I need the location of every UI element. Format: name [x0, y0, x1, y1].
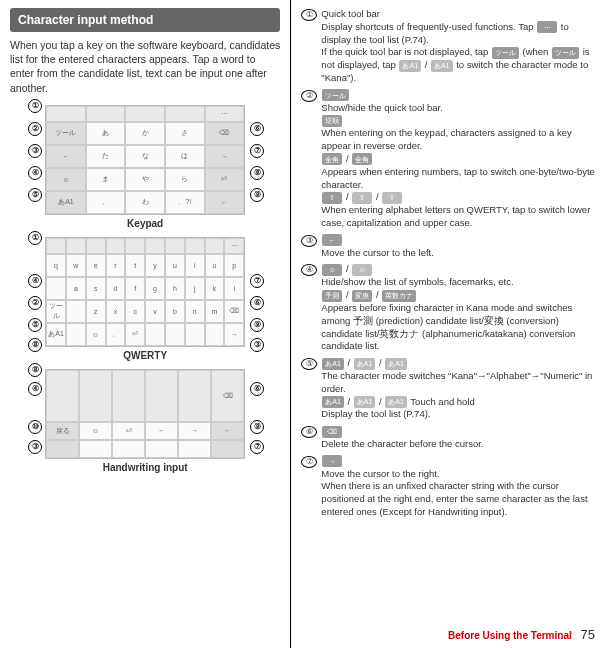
key-cell: 、?! — [165, 191, 205, 214]
key-chip: ← — [322, 234, 342, 246]
callout-⑨: ⑨ — [250, 420, 264, 434]
callout-⑤: ⑤ — [28, 188, 42, 202]
key-chip: 全角 — [352, 153, 372, 165]
callout-⑩: ⑩ — [28, 420, 42, 434]
key-cell: ⌫ — [211, 370, 244, 422]
key-cell: ⌫ — [224, 300, 244, 323]
key-cell — [112, 440, 145, 458]
key-cell: c — [125, 300, 145, 323]
key-cell — [46, 370, 79, 422]
key-chip: → — [322, 455, 342, 467]
key-cell: x — [106, 300, 126, 323]
key-cell — [46, 440, 79, 458]
key-cell: o — [205, 254, 225, 277]
key-cell: → — [178, 422, 211, 440]
callout-⑧: ⑧ — [28, 338, 42, 352]
key-chip: 逆順 — [322, 115, 342, 127]
callout-⑧: ⑧ — [28, 363, 42, 377]
key-chip: ⋯ — [537, 21, 557, 33]
footer-page: 75 — [581, 627, 595, 642]
item-body: ⌫Delete the character before the cursor. — [321, 425, 597, 451]
keypad-caption: Keypad — [10, 218, 280, 229]
key-cell — [46, 277, 66, 300]
key-cell — [185, 323, 205, 346]
footer-section: Before Using the Terminal — [448, 630, 572, 641]
item-number: ② — [301, 90, 317, 102]
key-cell — [211, 440, 244, 458]
callout-⑨: ⑨ — [250, 318, 264, 332]
key-cell: や — [125, 168, 165, 191]
key-cell: ま — [86, 168, 126, 191]
item-number: ⑦ — [301, 456, 317, 468]
key-cell: i — [185, 254, 205, 277]
key-cell — [125, 106, 165, 122]
item-number: ⑥ — [301, 426, 317, 438]
item-number: ④ — [301, 264, 317, 276]
key-cell: h — [165, 277, 185, 300]
key-chip: 英数カナ — [382, 290, 416, 302]
list-item: ⑦→Move the cursor to the right.When ther… — [301, 455, 597, 519]
key-cell: w — [66, 254, 86, 277]
key-chip: 予測 — [322, 290, 342, 302]
key-chip: あA1 — [354, 396, 376, 408]
list-item: ⑤あA1 / あA1 / あA1The character mode switc… — [301, 357, 597, 421]
key-cell: ⏎ — [125, 323, 145, 346]
key-chip: あA1 — [399, 60, 421, 72]
key-cell: あA1 — [46, 191, 86, 214]
list-item: ②ツールShow/hide the quick tool bar.逆順When … — [301, 89, 597, 230]
key-chip: ⇧ — [382, 192, 402, 204]
key-cell: → — [205, 145, 245, 168]
key-cell: ツール — [46, 122, 86, 145]
key-cell — [86, 106, 126, 122]
key-cell: m — [205, 300, 225, 323]
key-cell: l — [224, 277, 244, 300]
key-cell — [106, 238, 126, 254]
callout-②: ② — [28, 296, 42, 310]
callout-⑧: ⑧ — [250, 166, 264, 180]
item-number: ③ — [301, 235, 317, 247]
qwerty-caption: QWERTY — [10, 350, 280, 361]
section-header: Character input method — [10, 8, 280, 32]
list-item: ⑥⌫Delete the character before the cursor… — [301, 425, 597, 451]
key-chip: 全角 — [322, 153, 342, 165]
key-cell — [66, 238, 86, 254]
handwriting-caption: Handwriting input — [10, 462, 280, 473]
key-cell: z — [86, 300, 106, 323]
callout-⑦: ⑦ — [250, 144, 264, 158]
key-cell — [178, 370, 211, 422]
item-body: あA1 / あA1 / あA1The character mode switch… — [321, 357, 597, 421]
callout-⑥: ⑥ — [250, 296, 264, 310]
callout-④: ④ — [28, 274, 42, 288]
key-cell: ☺ — [86, 323, 106, 346]
item-body: Quick tool barDisplay shortcuts of frequ… — [321, 8, 597, 85]
key-cell — [165, 323, 185, 346]
key-cell: ⋯ — [224, 238, 244, 254]
key-cell — [165, 238, 185, 254]
key-cell: p — [224, 254, 244, 277]
key-cell — [205, 238, 225, 254]
callout-③: ③ — [250, 338, 264, 352]
key-cell: t — [125, 254, 145, 277]
list-item: ③←Move the cursor to the left. — [301, 234, 597, 260]
key-cell: b — [165, 300, 185, 323]
callout-⑥: ⑥ — [250, 122, 264, 136]
key-chip: あA1 — [385, 358, 407, 370]
key-cell: ツール — [46, 300, 66, 323]
intro-text: When you tap a key on the software keybo… — [10, 38, 280, 95]
key-cell: な — [125, 145, 165, 168]
key-cell: a — [66, 277, 86, 300]
key-cell — [145, 323, 165, 346]
key-cell — [79, 440, 112, 458]
key-cell — [125, 238, 145, 254]
key-cell — [145, 440, 178, 458]
key-cell — [165, 106, 205, 122]
callout-③: ③ — [28, 144, 42, 158]
callout-⑤: ⑤ — [28, 318, 42, 332]
key-cell: か — [125, 122, 165, 145]
key-cell: f — [125, 277, 145, 300]
item-number: ① — [301, 9, 317, 21]
key-chip: ⇧ — [322, 192, 342, 204]
key-chip: ⌫ — [322, 426, 342, 438]
key-cell: ← — [205, 191, 245, 214]
key-chip: あA1 — [385, 396, 407, 408]
